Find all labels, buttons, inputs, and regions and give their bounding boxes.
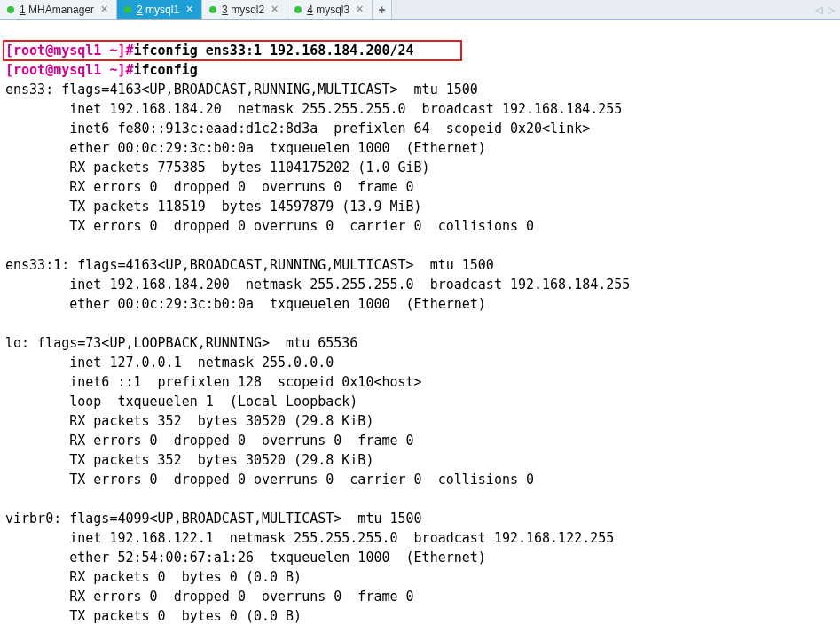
- close-icon[interactable]: ✕: [355, 4, 365, 14]
- tab-label: 2 mysql1: [137, 0, 179, 20]
- output-line: inet 192.168.184.20 netmask 255.255.255.…: [5, 101, 622, 117]
- arrow-right-icon[interactable]: ▷: [828, 0, 835, 20]
- output-line: inet 127.0.0.1 netmask 255.0.0.0: [5, 355, 334, 371]
- output-line: ether 00:0c:29:3c:b0:0a txqueuelen 1000 …: [5, 296, 486, 312]
- command-text: ifconfig: [134, 62, 198, 78]
- output-line: ens33:1: flags=4163<UP,BROADCAST,RUNNING…: [5, 257, 494, 273]
- output-line: TX errors 0 dropped 0 overruns 0 carrier…: [5, 218, 534, 234]
- output-line: TX errors 0 dropped 0 overruns 0 carrier…: [5, 472, 534, 488]
- tab-scroll-arrows: ◁ ▷: [812, 0, 840, 19]
- tab-label: 1 MHAmanager: [20, 0, 94, 20]
- close-icon[interactable]: ✕: [99, 4, 109, 14]
- output-line: RX errors 0 dropped 0 overruns 0 frame 0: [5, 179, 414, 195]
- status-dot-icon: [124, 6, 131, 13]
- terminal[interactable]: [root@mysql1 ~]#ifconfig ens33:1 192.168…: [0, 20, 840, 629]
- output-line: ether 52:54:00:67:a1:26 txqueuelen 1000 …: [5, 550, 486, 566]
- close-icon[interactable]: ✕: [184, 4, 194, 14]
- new-tab-button[interactable]: +: [373, 0, 392, 19]
- tab-label: 3 mysql2: [222, 0, 264, 20]
- output-line: lo: flags=73<UP,LOOPBACK,RUNNING> mtu 65…: [5, 335, 357, 351]
- tab-bar: 1 MHAmanager ✕ 2 mysql1 ✕ 3 mysql2 ✕ 4 m…: [0, 0, 840, 20]
- prompt-symbol: #: [125, 62, 133, 78]
- highlighted-command: [root@mysql1 ~]#ifconfig ens33:1 192.168…: [5, 41, 414, 60]
- status-dot-icon: [294, 6, 302, 13]
- output-line: inet 192.168.184.200 netmask 255.255.255…: [5, 277, 630, 293]
- output-line: ens33: flags=4163<UP,BROADCAST,RUNNING,M…: [5, 82, 478, 98]
- tab-mysql2[interactable]: 3 mysql2 ✕: [202, 0, 287, 19]
- output-line: inet 192.168.122.1 netmask 255.255.255.0…: [5, 530, 614, 546]
- output-line: virbr0: flags=4099<UP,BROADCAST,MULTICAS…: [5, 511, 422, 527]
- close-icon[interactable]: ✕: [270, 4, 279, 14]
- output-line: RX packets 352 bytes 30520 (29.8 KiB): [5, 413, 373, 429]
- prompt-user: [root@mysql1 ~]: [5, 62, 125, 78]
- output-line: TX packets 352 bytes 30520 (29.8 KiB): [5, 452, 373, 468]
- status-dot-icon: [209, 6, 216, 13]
- tab-label: 4 mysql3: [307, 0, 349, 20]
- output-line: inet6 fe80::913c:eaad:d1c2:8d3a prefixle…: [5, 121, 590, 137]
- arrow-left-icon[interactable]: ◁: [815, 0, 822, 20]
- output-line: RX errors 0 dropped 0 overruns 0 frame 0: [5, 589, 414, 605]
- status-dot-icon: [7, 6, 14, 13]
- tab-mysql1[interactable]: 2 mysql1 ✕: [117, 0, 202, 19]
- output-line: RX packets 0 bytes 0 (0.0 B): [5, 569, 302, 585]
- output-line: TX packets 0 bytes 0 (0.0 B): [5, 608, 302, 624]
- output-line: TX packets 118519 bytes 14597879 (13.9 M…: [5, 199, 422, 215]
- tab-mysql3[interactable]: 4 mysql3 ✕: [287, 0, 373, 19]
- output-line: inet6 ::1 prefixlen 128 scopeid 0x10<hos…: [5, 374, 422, 390]
- command-text: ifconfig ens33:1 192.168.184.200/24: [134, 43, 414, 59]
- prompt-symbol: #: [125, 43, 133, 59]
- prompt-user: [root@mysql1 ~]: [5, 43, 125, 59]
- tab-bar-spacer: [392, 0, 812, 19]
- output-line: loop txqueuelen 1 (Local Loopback): [5, 394, 357, 410]
- output-line: RX errors 0 dropped 0 overruns 0 frame 0: [5, 433, 414, 449]
- output-line: RX packets 775385 bytes 1104175202 (1.0 …: [5, 160, 430, 176]
- tab-mhamanager[interactable]: 1 MHAmanager ✕: [0, 0, 117, 19]
- output-line: ether 00:0c:29:3c:b0:0a txqueuelen 1000 …: [5, 140, 486, 156]
